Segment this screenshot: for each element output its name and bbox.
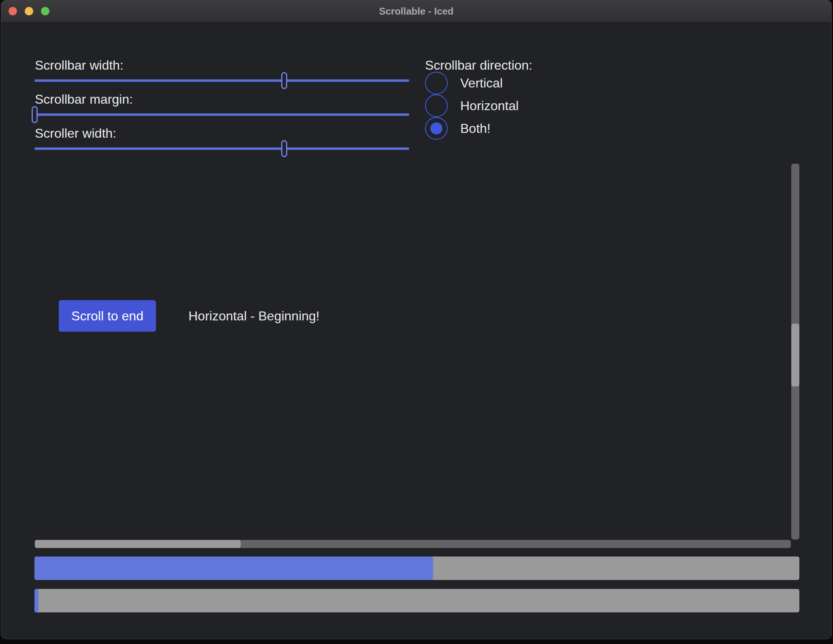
radio-horizontal[interactable]: Horizontal — [425, 94, 519, 117]
horizontal-scrollbar-thumb[interactable] — [35, 540, 241, 548]
slider-rail[interactable] — [34, 147, 409, 150]
slider-handle[interactable] — [32, 106, 38, 123]
radio-dot-icon — [430, 122, 442, 134]
radio-both-label: Both! — [460, 121, 491, 136]
app-window: Scrollable - Iced Scrollbar width: Scrol… — [1, 0, 832, 639]
progress-bar-horizontal — [34, 557, 799, 580]
horizontal-scrollbar-track[interactable] — [35, 540, 791, 548]
scrollbar-margin-slider[interactable] — [32, 106, 412, 123]
titlebar: Scrollable - Iced — [1, 0, 831, 23]
window-title: Scrollable - Iced — [1, 0, 831, 22]
radio-both[interactable]: Both! — [425, 117, 491, 140]
radio-circle-icon[interactable] — [425, 72, 448, 94]
radio-circle-icon[interactable] — [425, 117, 448, 140]
scrollbar-width-label: Scrollbar width: — [35, 56, 124, 74]
radio-circle-icon[interactable] — [425, 94, 448, 117]
radio-horizontal-label: Horizontal — [460, 98, 519, 113]
scroller-width-label: Scroller width: — [35, 124, 116, 142]
slider-rail[interactable] — [34, 113, 409, 116]
scroll-status-text: Horizontal - Beginning! — [188, 300, 320, 332]
vertical-scrollbar-thumb[interactable] — [791, 324, 799, 386]
radio-vertical-label: Vertical — [460, 76, 503, 91]
progress-bar-vertical — [34, 589, 799, 612]
vertical-scrollbar-track[interactable] — [791, 164, 799, 540]
scrollbar-margin-label: Scrollbar margin: — [35, 90, 133, 108]
slider-handle[interactable] — [281, 72, 287, 89]
radio-vertical[interactable]: Vertical — [425, 72, 503, 94]
scroll-to-end-button[interactable]: Scroll to end — [59, 300, 156, 332]
slider-handle[interactable] — [281, 140, 287, 157]
scrollbar-width-slider[interactable] — [32, 72, 412, 89]
progress-fill — [34, 589, 38, 612]
progress-fill — [34, 557, 433, 580]
scroller-width-slider[interactable] — [32, 140, 412, 157]
slider-rail[interactable] — [34, 79, 409, 82]
